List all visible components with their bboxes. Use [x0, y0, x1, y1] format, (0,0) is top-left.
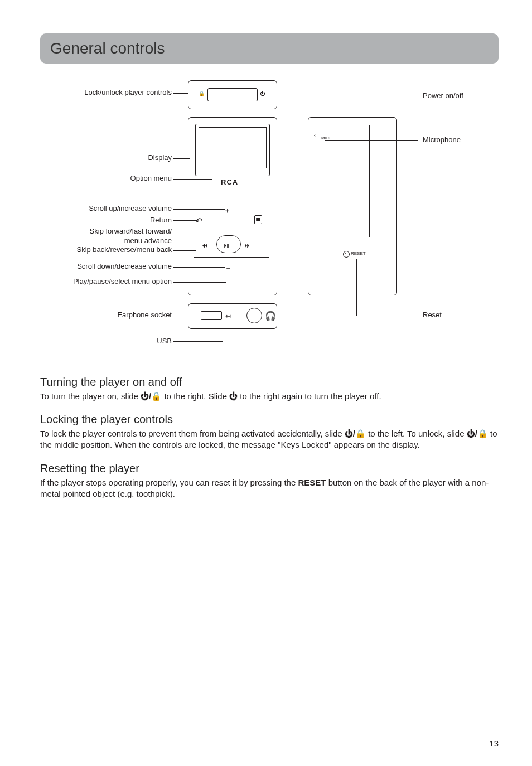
label-skip-forward: Skip forward/fast forward/ menu advance	[71, 227, 172, 246]
screen-inner	[199, 127, 267, 168]
text: to the left. To unlock, slide	[366, 429, 467, 438]
reset-silkscreen: RESET	[351, 251, 366, 257]
controls-diagram: Lock/unlock player controls Display Opti…	[40, 80, 499, 365]
return-icon: ↶	[195, 215, 202, 227]
section-heading: Resetting the player	[40, 461, 499, 476]
reset-pin-icon	[345, 253, 346, 254]
text: to the right. Slide	[162, 391, 229, 401]
usb-port-icon	[201, 311, 222, 320]
headphone-jack-ring	[246, 308, 262, 323]
section-banner: General controls	[40, 33, 499, 64]
label-lock-unlock: Lock/unlock player controls	[84, 88, 172, 98]
arrow-in-icon: ↤	[225, 312, 231, 321]
label-option-menu: Option menu	[130, 174, 172, 183]
headphone-icon: 🎧	[265, 310, 276, 322]
text: If the player stops operating properly, …	[40, 478, 298, 487]
power-lock-icon: ⏻/🔒	[141, 391, 162, 401]
label-play-pause: Play/pause/select menu option	[73, 277, 172, 287]
power-lock-icon: ⏻/🔒	[345, 429, 366, 438]
mic-holes-icon: ⁖	[313, 135, 316, 138]
section-locking-controls: Locking the player controls To lock the …	[40, 412, 499, 451]
label-display: Display	[148, 153, 172, 163]
manual-page: General controls Lock/unlock player cont…	[0, 0, 532, 766]
label-microphone: Microphone	[423, 135, 461, 145]
play-pause-icon: ⏯	[223, 241, 230, 250]
skip-forward-icon: ⏭	[244, 241, 250, 250]
power-icon: ⏻	[229, 391, 238, 401]
brand-logo: RCA	[221, 177, 238, 187]
plus-icon: ＋	[224, 206, 231, 216]
label-scroll-down: Scroll down/decrease volume	[77, 262, 172, 272]
label-power: Power on/off	[423, 91, 463, 101]
power-lock-icon: ⏻/🔒	[467, 429, 488, 438]
label-skip-back: Skip back/reverse/menu back	[76, 245, 172, 255]
page-number: 13	[489, 738, 499, 749]
section-heading: Turning the player on and off	[40, 375, 499, 390]
leader-line	[263, 96, 418, 96]
menu-icon	[254, 215, 262, 224]
section-turning-on-off: Turning the player on and off To turn th…	[40, 375, 499, 402]
page-title: General controls	[50, 38, 489, 59]
skip-back-icon: ⏮	[201, 241, 207, 250]
label-reset: Reset	[423, 311, 442, 320]
section-resetting: Resetting the player If the player stops…	[40, 461, 499, 500]
minus-icon: －	[224, 263, 233, 274]
label-usb: USB	[157, 337, 172, 346]
lock-icon: 🔒	[199, 90, 205, 97]
section-body: To lock the player controls to prevent t…	[40, 428, 499, 451]
section-body: If the player stops operating properly, …	[40, 477, 499, 500]
reset-hole-icon	[343, 251, 350, 258]
section-body: To turn the player on, slide ⏻/🔒 to the …	[40, 391, 499, 402]
label-earphone: Earphone socket	[117, 311, 172, 320]
top-slider-slot	[207, 88, 258, 101]
leader-line	[356, 316, 418, 316]
label-scroll-up: Scroll up/increase volume	[89, 204, 172, 214]
label-return: Return	[150, 216, 172, 225]
text: To lock the player controls to prevent t…	[40, 429, 345, 438]
belt-clip-outline	[369, 125, 391, 237]
leader-line	[173, 341, 223, 342]
leader-line	[173, 93, 188, 94]
text: To turn the player on, slide	[40, 391, 141, 401]
mic-silkscreen: MIC	[321, 135, 330, 142]
section-heading: Locking the player controls	[40, 412, 499, 427]
power-icon: ⏻	[260, 90, 265, 97]
text: to the right again to turn the player of…	[238, 391, 381, 401]
reset-keyword: RESET	[298, 478, 326, 487]
